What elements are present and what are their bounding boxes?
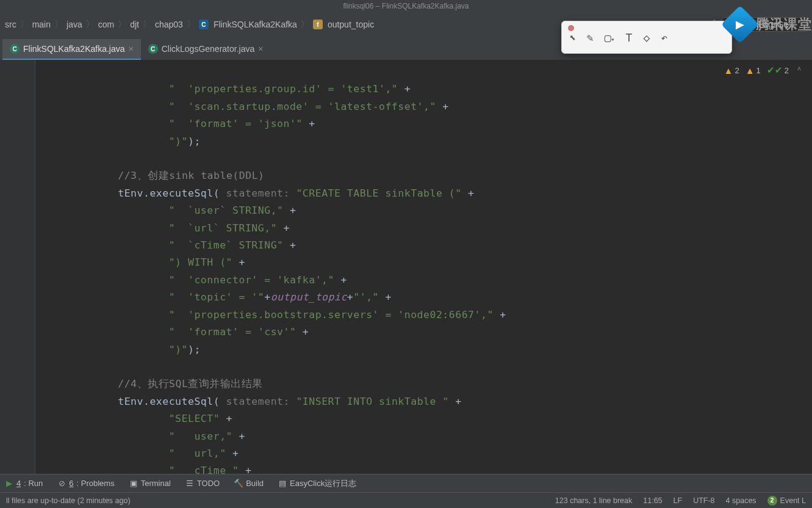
class-icon: C [199,20,209,29]
typo-count: 2 [785,66,789,75]
close-icon[interactable]: × [258,44,263,54]
rectangle-icon[interactable]: ▢▾ [605,31,615,44]
tab-label: ClickLogsGenerator.java [162,44,255,54]
cursor-icon[interactable]: ⬉ [569,31,576,44]
pencil-icon[interactable]: ✎ [587,31,594,44]
editor-gutter[interactable] [0,60,35,474]
record-dot-icon [568,25,574,31]
chevron-right-icon: 〉 [143,19,151,30]
breadcrumb-djt[interactable]: djt [130,20,139,29]
terminal-icon: ▣ [129,479,138,488]
chevron-right-icon: 〉 [54,19,63,30]
chevron-right-icon: 〉 [86,19,95,30]
warning-icon: ▲ [746,65,755,76]
tab-label: FlinkSQLKafka2Kafka.java [23,44,125,54]
status-encoding[interactable]: UTF-8 [693,496,714,505]
play-icon: ▶ [5,479,13,488]
status-bar: ll files are up-to-date (2 minutes ago) … [0,492,812,508]
editor-area[interactable]: " 'properties.group.id' = 'test1'," + " … [0,60,812,474]
expand-icon[interactable]: ＾ [795,65,803,76]
breadcrumb-chap03[interactable]: chap03 [155,20,183,29]
text-icon[interactable]: T [626,31,633,44]
hammer-icon: 🔨 [234,479,243,488]
status-indent[interactable]: 4 spaces [726,496,756,505]
breadcrumb-field[interactable]: output_topic [328,20,374,29]
chevron-right-icon: 〉 [20,19,29,30]
error-icon: ⊘ [57,479,66,488]
warning-count: 2 [735,66,739,75]
close-icon[interactable]: × [129,44,134,54]
eraser-icon[interactable]: ◇ [643,31,650,44]
tool-window-bar: ▶ 4: Run ⊘ 6: Problems ▣ Terminal ☰ TODO… [0,474,812,492]
tool-problems[interactable]: ⊘ 6: Problems [57,479,114,488]
tab-flinksqlkafka2kafka[interactable]: C FlinkSQLKafka2Kafka.java × [2,39,141,60]
breadcrumb-class[interactable]: FlinkSQLKafka2Kafka [214,20,297,29]
tab-clicklogsgenerator[interactable]: C ClickLogsGenerator.java × [141,39,271,60]
chevron-right-icon: 〉 [187,19,195,30]
tool-terminal[interactable]: ▣ Terminal [129,479,171,488]
tool-run[interactable]: ▶ 4: Run [5,479,43,488]
code-content[interactable]: " 'properties.group.id' = 'test1'," + " … [35,60,812,474]
tool-easyclick[interactable]: ▤ EasyClick运行日志 [278,478,356,489]
annotation-toolbar[interactable]: ⬉ ✎ ▢▾ T ◇ ↶ [561,21,732,54]
status-message: ll files are up-to-date (2 minutes ago) [6,496,131,505]
event-badge: 2 [767,496,777,506]
java-class-icon: C [10,44,20,54]
event-log[interactable]: 2 Event L [767,496,806,506]
window-title: flinksql06 – FlinkSQLKafka2Kafka.java [343,2,469,10]
play-diamond-icon: ▶ [721,5,759,43]
brand-text: 腾讯课堂 [756,15,812,34]
breadcrumb-src[interactable]: src [5,20,16,29]
breadcrumb-main[interactable]: main [32,20,51,29]
status-caret[interactable]: 11:65 [643,496,662,505]
chevron-right-icon: 〉 [301,19,309,30]
list-icon: ☰ [185,479,194,488]
tool-build[interactable]: 🔨 Build [234,479,264,488]
brand-watermark: ▶ 腾讯课堂 [727,11,812,38]
java-class-icon: C [148,44,158,54]
undo-icon[interactable]: ↶ [661,31,667,44]
log-icon: ▤ [278,479,287,488]
inspection-widget[interactable]: ▲2 ▲1 ✔✔2 ＾ [724,65,803,76]
checkmark-icon: ✔✔ [767,65,783,76]
field-icon: f [313,20,323,29]
status-selection: 123 chars, 1 line break [555,496,632,505]
tool-todo[interactable]: ☰ TODO [185,479,220,488]
weak-warning-count: 1 [756,66,761,75]
breadcrumb-com[interactable]: com [98,20,114,29]
chevron-right-icon: 〉 [118,19,126,30]
window-titlebar: flinksql06 – FlinkSQLKafka2Kafka.java [0,0,812,12]
status-line-separator[interactable]: LF [674,496,683,505]
warning-icon: ▲ [724,65,733,76]
breadcrumb-java[interactable]: java [66,20,82,29]
